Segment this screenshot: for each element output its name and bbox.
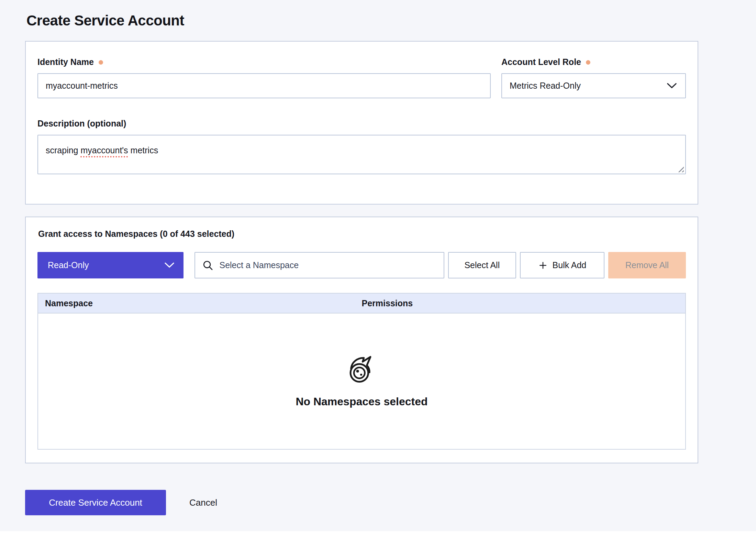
account-level-role-value: Metrics Read-Only — [510, 81, 581, 91]
empty-state-message: No Namespaces selected — [296, 395, 427, 408]
description-field: Description (optional) scraping myaccoun… — [37, 118, 686, 174]
namespace-search[interactable] — [194, 252, 444, 278]
bulk-add-label: Bulk Add — [553, 260, 587, 270]
description-misspelled-word: myaccount's — [80, 145, 128, 155]
comet-icon — [345, 353, 378, 386]
namespace-search-input[interactable] — [219, 260, 436, 270]
account-level-role-select[interactable]: Metrics Read-Only — [501, 73, 686, 98]
select-all-button[interactable]: Select All — [448, 252, 516, 278]
identity-name-label-text: Identity Name — [37, 57, 94, 67]
bottom-strip — [0, 531, 756, 550]
identity-name-input[interactable] — [37, 73, 491, 98]
description-text: scraping — [46, 145, 80, 155]
description-textarea[interactable]: scraping myaccount's metrics — [37, 135, 686, 174]
account-level-role-label: Account Level Role — [501, 57, 686, 67]
magnifier-icon — [202, 260, 214, 271]
chevron-down-icon — [667, 83, 677, 89]
permission-role-dropdown[interactable]: Read-Only — [37, 252, 184, 278]
create-service-account-button[interactable]: Create Service Account — [25, 490, 166, 515]
namespaces-table-header: Namespace Permissions — [38, 294, 685, 314]
namespaces-panel: Grant access to Namespaces (0 of 443 sel… — [25, 217, 698, 463]
description-text: metrics — [128, 145, 158, 155]
cancel-button[interactable]: Cancel — [189, 490, 217, 515]
bulk-add-button[interactable]: Bulk Add — [520, 252, 604, 278]
identity-name-field: Identity Name — [37, 57, 491, 98]
namespaces-table: Namespace Permissions No Namespaces sele… — [37, 293, 686, 450]
column-header-permissions: Permissions — [362, 298, 679, 308]
identity-panel: Identity Name Account Level Role Metrics… — [25, 41, 698, 205]
namespaces-toolbar: Read-Only Select All Bulk Add Remo — [37, 252, 686, 278]
namespaces-table-body: No Namespaces selected — [38, 314, 685, 449]
permission-role-value: Read-Only — [48, 260, 89, 270]
required-dot — [99, 60, 103, 65]
footer-actions: Create Service Account Cancel — [25, 490, 698, 515]
account-level-role-label-text: Account Level Role — [501, 57, 581, 67]
plus-icon — [538, 261, 548, 270]
page-title: Create Service Account — [26, 12, 698, 29]
remove-all-button[interactable]: Remove All — [608, 252, 686, 278]
create-service-account-page: Create Service Account Identity Name Acc… — [25, 0, 698, 515]
identity-row: Identity Name Account Level Role Metrics… — [37, 57, 686, 98]
chevron-down-icon — [164, 262, 175, 268]
column-header-namespace: Namespace — [45, 298, 362, 308]
description-label-text: Description (optional) — [37, 118, 126, 129]
required-dot — [586, 60, 590, 65]
account-level-role-field: Account Level Role Metrics Read-Only — [501, 57, 686, 98]
namespaces-heading: Grant access to Namespaces (0 of 443 sel… — [38, 229, 686, 239]
identity-name-label: Identity Name — [37, 57, 491, 67]
description-label: Description (optional) — [37, 118, 686, 129]
